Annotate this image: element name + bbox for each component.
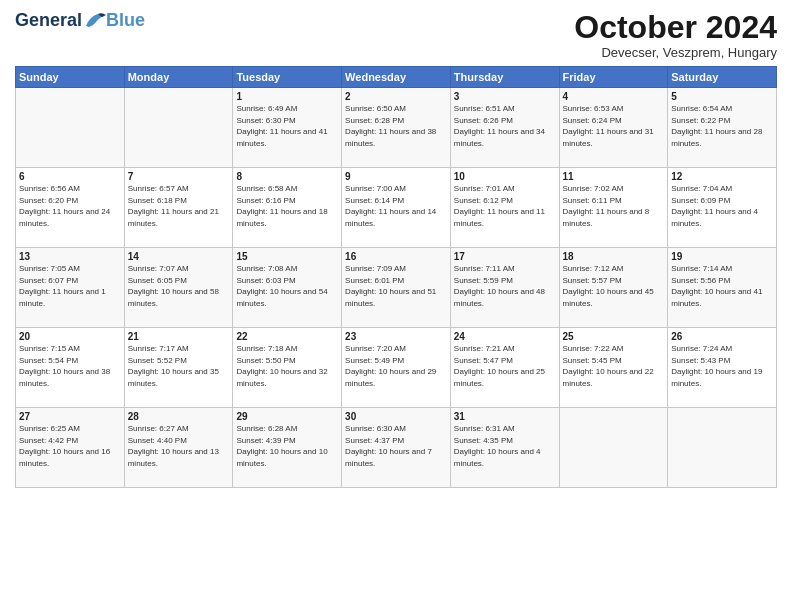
calendar-cell: 1Sunrise: 6:49 AM Sunset: 6:30 PM Daylig…: [233, 88, 342, 168]
calendar-cell: [559, 408, 668, 488]
calendar-cell: 10Sunrise: 7:01 AM Sunset: 6:12 PM Dayli…: [450, 168, 559, 248]
day-number: 1: [236, 91, 338, 102]
day-number: 16: [345, 251, 447, 262]
header-sunday: Sunday: [16, 67, 125, 88]
day-info: Sunrise: 6:28 AM Sunset: 4:39 PM Dayligh…: [236, 423, 338, 469]
page: General Blue October 2024 Devecser, Vesz…: [0, 0, 792, 612]
day-info: Sunrise: 6:53 AM Sunset: 6:24 PM Dayligh…: [563, 103, 665, 149]
day-info: Sunrise: 7:20 AM Sunset: 5:49 PM Dayligh…: [345, 343, 447, 389]
day-number: 18: [563, 251, 665, 262]
day-info: Sunrise: 6:54 AM Sunset: 6:22 PM Dayligh…: [671, 103, 773, 149]
calendar-cell: 24Sunrise: 7:21 AM Sunset: 5:47 PM Dayli…: [450, 328, 559, 408]
day-number: 23: [345, 331, 447, 342]
day-info: Sunrise: 7:01 AM Sunset: 6:12 PM Dayligh…: [454, 183, 556, 229]
day-info: Sunrise: 7:02 AM Sunset: 6:11 PM Dayligh…: [563, 183, 665, 229]
day-number: 20: [19, 331, 121, 342]
day-number: 31: [454, 411, 556, 422]
day-info: Sunrise: 6:27 AM Sunset: 4:40 PM Dayligh…: [128, 423, 230, 469]
day-number: 5: [671, 91, 773, 102]
header: General Blue October 2024 Devecser, Vesz…: [15, 10, 777, 60]
logo-general: General: [15, 10, 82, 31]
header-monday: Monday: [124, 67, 233, 88]
day-number: 9: [345, 171, 447, 182]
calendar-cell: 28Sunrise: 6:27 AM Sunset: 4:40 PM Dayli…: [124, 408, 233, 488]
header-saturday: Saturday: [668, 67, 777, 88]
calendar-cell: 2Sunrise: 6:50 AM Sunset: 6:28 PM Daylig…: [342, 88, 451, 168]
day-number: 2: [345, 91, 447, 102]
day-info: Sunrise: 7:24 AM Sunset: 5:43 PM Dayligh…: [671, 343, 773, 389]
day-info: Sunrise: 6:25 AM Sunset: 4:42 PM Dayligh…: [19, 423, 121, 469]
calendar-cell: 6Sunrise: 6:56 AM Sunset: 6:20 PM Daylig…: [16, 168, 125, 248]
calendar-cell: [16, 88, 125, 168]
calendar-week-row: 6Sunrise: 6:56 AM Sunset: 6:20 PM Daylig…: [16, 168, 777, 248]
day-number: 21: [128, 331, 230, 342]
day-info: Sunrise: 7:18 AM Sunset: 5:50 PM Dayligh…: [236, 343, 338, 389]
day-number: 4: [563, 91, 665, 102]
day-number: 15: [236, 251, 338, 262]
day-number: 26: [671, 331, 773, 342]
calendar-week-row: 13Sunrise: 7:05 AM Sunset: 6:07 PM Dayli…: [16, 248, 777, 328]
month-title: October 2024: [574, 10, 777, 45]
day-number: 7: [128, 171, 230, 182]
day-info: Sunrise: 7:00 AM Sunset: 6:14 PM Dayligh…: [345, 183, 447, 229]
day-number: 30: [345, 411, 447, 422]
day-info: Sunrise: 6:56 AM Sunset: 6:20 PM Dayligh…: [19, 183, 121, 229]
calendar-week-row: 20Sunrise: 7:15 AM Sunset: 5:54 PM Dayli…: [16, 328, 777, 408]
day-number: 25: [563, 331, 665, 342]
day-number: 28: [128, 411, 230, 422]
day-info: Sunrise: 6:49 AM Sunset: 6:30 PM Dayligh…: [236, 103, 338, 149]
day-info: Sunrise: 7:09 AM Sunset: 6:01 PM Dayligh…: [345, 263, 447, 309]
location-subtitle: Devecser, Veszprem, Hungary: [574, 45, 777, 60]
calendar-week-row: 1Sunrise: 6:49 AM Sunset: 6:30 PM Daylig…: [16, 88, 777, 168]
day-info: Sunrise: 6:50 AM Sunset: 6:28 PM Dayligh…: [345, 103, 447, 149]
day-number: 17: [454, 251, 556, 262]
calendar-cell: 3Sunrise: 6:51 AM Sunset: 6:26 PM Daylig…: [450, 88, 559, 168]
calendar-cell: 25Sunrise: 7:22 AM Sunset: 5:45 PM Dayli…: [559, 328, 668, 408]
calendar-cell: 20Sunrise: 7:15 AM Sunset: 5:54 PM Dayli…: [16, 328, 125, 408]
day-info: Sunrise: 6:58 AM Sunset: 6:16 PM Dayligh…: [236, 183, 338, 229]
day-info: Sunrise: 7:04 AM Sunset: 6:09 PM Dayligh…: [671, 183, 773, 229]
day-info: Sunrise: 6:57 AM Sunset: 6:18 PM Dayligh…: [128, 183, 230, 229]
calendar-cell: 8Sunrise: 6:58 AM Sunset: 6:16 PM Daylig…: [233, 168, 342, 248]
day-info: Sunrise: 7:22 AM Sunset: 5:45 PM Dayligh…: [563, 343, 665, 389]
day-number: 12: [671, 171, 773, 182]
day-info: Sunrise: 7:21 AM Sunset: 5:47 PM Dayligh…: [454, 343, 556, 389]
calendar-cell: [668, 408, 777, 488]
header-thursday: Thursday: [450, 67, 559, 88]
header-friday: Friday: [559, 67, 668, 88]
day-number: 6: [19, 171, 121, 182]
day-number: 10: [454, 171, 556, 182]
day-number: 29: [236, 411, 338, 422]
header-wednesday: Wednesday: [342, 67, 451, 88]
day-number: 22: [236, 331, 338, 342]
calendar-cell: 22Sunrise: 7:18 AM Sunset: 5:50 PM Dayli…: [233, 328, 342, 408]
day-info: Sunrise: 6:30 AM Sunset: 4:37 PM Dayligh…: [345, 423, 447, 469]
day-number: 3: [454, 91, 556, 102]
day-info: Sunrise: 7:15 AM Sunset: 5:54 PM Dayligh…: [19, 343, 121, 389]
calendar-cell: 23Sunrise: 7:20 AM Sunset: 5:49 PM Dayli…: [342, 328, 451, 408]
calendar-cell: 9Sunrise: 7:00 AM Sunset: 6:14 PM Daylig…: [342, 168, 451, 248]
calendar-week-row: 27Sunrise: 6:25 AM Sunset: 4:42 PM Dayli…: [16, 408, 777, 488]
calendar-cell: 14Sunrise: 7:07 AM Sunset: 6:05 PM Dayli…: [124, 248, 233, 328]
calendar-cell: 27Sunrise: 6:25 AM Sunset: 4:42 PM Dayli…: [16, 408, 125, 488]
calendar-cell: 5Sunrise: 6:54 AM Sunset: 6:22 PM Daylig…: [668, 88, 777, 168]
calendar-cell: 30Sunrise: 6:30 AM Sunset: 4:37 PM Dayli…: [342, 408, 451, 488]
calendar-cell: 4Sunrise: 6:53 AM Sunset: 6:24 PM Daylig…: [559, 88, 668, 168]
day-info: Sunrise: 7:14 AM Sunset: 5:56 PM Dayligh…: [671, 263, 773, 309]
header-tuesday: Tuesday: [233, 67, 342, 88]
day-info: Sunrise: 7:12 AM Sunset: 5:57 PM Dayligh…: [563, 263, 665, 309]
day-number: 11: [563, 171, 665, 182]
day-info: Sunrise: 7:11 AM Sunset: 5:59 PM Dayligh…: [454, 263, 556, 309]
calendar-cell: [124, 88, 233, 168]
calendar-table: SundayMondayTuesdayWednesdayThursdayFrid…: [15, 66, 777, 488]
calendar-cell: 17Sunrise: 7:11 AM Sunset: 5:59 PM Dayli…: [450, 248, 559, 328]
day-info: Sunrise: 6:31 AM Sunset: 4:35 PM Dayligh…: [454, 423, 556, 469]
calendar-cell: 11Sunrise: 7:02 AM Sunset: 6:11 PM Dayli…: [559, 168, 668, 248]
calendar-cell: 13Sunrise: 7:05 AM Sunset: 6:07 PM Dayli…: [16, 248, 125, 328]
day-info: Sunrise: 7:07 AM Sunset: 6:05 PM Dayligh…: [128, 263, 230, 309]
logo: General Blue: [15, 10, 145, 31]
day-info: Sunrise: 7:08 AM Sunset: 6:03 PM Dayligh…: [236, 263, 338, 309]
day-number: 24: [454, 331, 556, 342]
day-number: 19: [671, 251, 773, 262]
day-number: 14: [128, 251, 230, 262]
